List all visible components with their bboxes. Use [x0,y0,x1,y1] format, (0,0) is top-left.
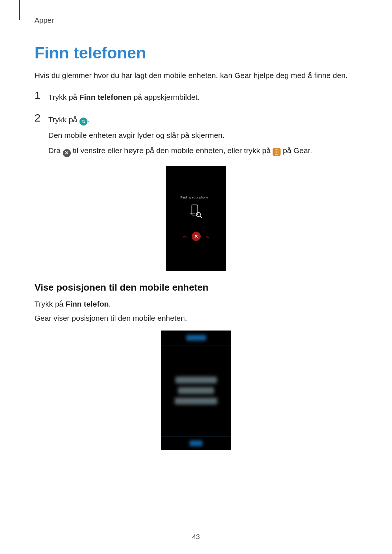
step2-line2: Den mobile enheten avgir lyder og slår p… [48,130,358,141]
step2-line3-before: Dra [48,146,63,155]
chevron-left-icon: ‹‹‹ [183,234,187,239]
step2-line1-before: Trykk på [48,115,79,124]
svg-line-1 [84,122,85,123]
step1-text-after: på appskjermbildet. [131,93,200,101]
dismiss-button[interactable]: ✕ [192,232,201,241]
chevron-right-icon: ››› [206,234,209,239]
close-icon: ✕ [63,149,71,157]
subheading: Vise posisjonen til den mobile enheten [34,282,358,293]
blurred-top-label [186,335,206,341]
step-body: Trykk på Finn telefonen på appskjermbild… [48,89,358,107]
device-screenshot-location [161,331,231,450]
svg-rect-3 [276,152,277,153]
page-number: 43 [0,533,392,541]
step-body: Trykk på . Den mobile enheten avgir lyde… [48,112,358,161]
blurred-bottom-button [189,440,203,446]
manual-page: Apper Finn telefonen Hvis du glemmer hvo… [0,0,392,554]
svg-line-7 [200,216,202,218]
step2-line3-after: på Gear. [281,146,312,155]
step2-line3-mid: til venstre eller høyre på den mobile en… [71,146,273,155]
step2-line1-after: . [87,115,90,124]
phone-stop-icon [273,148,281,156]
swipe-row: ‹‹‹ ✕ ››› [183,232,209,241]
device2-content [175,345,217,436]
device-status-text: Finding your phone… [180,196,212,199]
phone-search-icon [190,204,202,219]
blurred-address-line [178,387,214,394]
svg-rect-4 [192,205,198,215]
body-line2: Gear viser posisjonen til den mobile enh… [34,312,358,324]
svg-point-6 [196,213,201,217]
body-line1-bold: Finn telefon [66,300,109,308]
step-2: 2 Trykk på . Den mobile enheten avgir ly… [34,112,358,161]
lead-paragraph: Hvis du glemmer hvor du har lagt den mob… [34,70,358,81]
svg-point-0 [82,120,84,122]
body-line1: Trykk på Finn telefon. [34,298,358,310]
blurred-address-line [175,377,217,383]
step1-bold: Finn telefonen [79,93,132,101]
step-1: 1 Trykk på Finn telefonen på appskjermbi… [34,89,358,107]
step-number: 1 [34,89,42,101]
step1-text-before: Trykk på [48,93,79,101]
page-title: Finn telefonen [34,44,358,62]
step-number: 2 [34,112,42,123]
device2-bottom-bar [161,436,231,450]
breadcrumb: Apper [34,16,358,25]
body-line1-before: Trykk på [34,300,66,308]
device-screenshot-finding: Finding your phone… ‹‹‹ ✕ ››› [166,166,226,271]
page-tab-mark [19,0,20,20]
search-icon [79,118,87,126]
device2-top-bar [161,331,231,345]
body-line1-after: . [109,300,111,308]
blurred-address-line [175,398,217,405]
